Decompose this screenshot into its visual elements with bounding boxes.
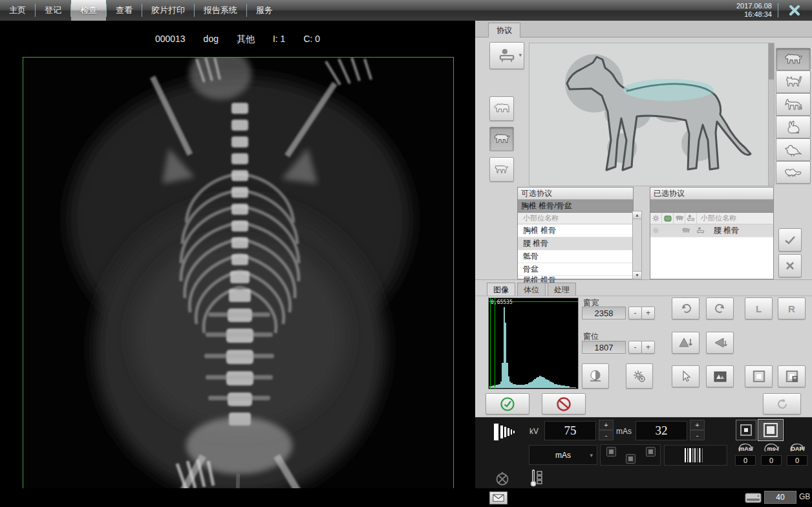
window-width-value[interactable]: 2358 xyxy=(582,307,626,319)
collimator-light-icon[interactable] xyxy=(495,471,509,486)
diagram-scrollbar[interactable] xyxy=(768,43,775,186)
x-icon xyxy=(785,261,795,270)
barcode-button[interactable] xyxy=(664,445,727,466)
patient-on-table-icon xyxy=(695,224,706,237)
remove-protocol-button[interactable] xyxy=(778,254,802,277)
contrast-button[interactable] xyxy=(582,363,609,389)
protocol-group-row[interactable]: 胸椎 椎骨/骨盆 xyxy=(518,200,633,213)
window-left-marker[interactable] xyxy=(490,298,491,389)
mas-minus-button[interactable]: - xyxy=(690,430,705,440)
protocol-row[interactable]: 腰 椎骨 xyxy=(518,237,633,250)
date-text: 2017.06.08 xyxy=(736,2,772,10)
dog-outline xyxy=(567,57,751,170)
selected-region-spine[interactable] xyxy=(623,79,714,101)
focal-spot-small-button[interactable] xyxy=(736,420,756,440)
rotate-ccw-button[interactable] xyxy=(672,297,700,319)
image-count: I: 1 xyxy=(273,34,285,45)
size-medium-dog-button[interactable] xyxy=(489,127,514,151)
dog-anatomy-diagram[interactable] xyxy=(529,43,775,186)
accept-image-button[interactable] xyxy=(486,393,529,415)
xray-image[interactable] xyxy=(23,57,454,492)
tab-image[interactable]: 图像 xyxy=(487,283,515,296)
menu-item-register[interactable]: 登记 xyxy=(36,0,70,21)
exposure-mode-dropdown[interactable]: mAs ▾ xyxy=(529,445,597,465)
window-level-plus-button[interactable]: + xyxy=(641,341,655,354)
image-preview-button[interactable] xyxy=(706,365,734,387)
dog-icon xyxy=(680,224,691,237)
dap-readout-value: 0 xyxy=(787,455,807,466)
window-level-minus-button[interactable]: - xyxy=(628,341,642,354)
selected-protocol-row[interactable]: 腰 椎骨 xyxy=(650,224,773,237)
window-level-value[interactable]: 1807 xyxy=(582,341,626,354)
size-large-dog-button[interactable] xyxy=(489,96,514,121)
aec-chamber-right[interactable] xyxy=(646,447,656,457)
animal-bird-button[interactable] xyxy=(776,138,811,161)
patient-name: dog xyxy=(204,34,219,45)
patient-position-button[interactable]: ▾ xyxy=(489,42,524,69)
menu-item-home[interactable]: 主页 xyxy=(0,0,35,21)
reject-image-button[interactable] xyxy=(542,393,586,415)
exposure-mode-value: mAs xyxy=(555,451,571,460)
window-width-minus-button[interactable]: - xyxy=(628,307,642,319)
scroll-up-arrow[interactable]: ▲ xyxy=(633,211,641,219)
menu-item-exam[interactable]: 检查 xyxy=(71,0,106,21)
kv-value[interactable]: 75 xyxy=(544,421,596,440)
mark-right-button[interactable]: R xyxy=(778,297,806,319)
small-focus-icon xyxy=(740,424,752,436)
tab-processing[interactable]: 处理 xyxy=(548,283,576,296)
histogram-bars xyxy=(489,304,576,388)
menu-item-view[interactable]: 查看 xyxy=(107,0,142,21)
protocol-row[interactable]: 胸椎 椎骨 xyxy=(518,224,633,237)
view-box-button[interactable] xyxy=(745,365,773,387)
tube-heat-icon xyxy=(529,469,543,487)
scroll-down-arrow[interactable]: ▼ xyxy=(633,271,641,279)
menu-item-film-print[interactable]: 胶片打印 xyxy=(142,0,194,21)
reset-button[interactable] xyxy=(763,393,801,415)
size-small-dog-button[interactable] xyxy=(489,157,514,182)
confirm-protocol-button[interactable] xyxy=(778,228,802,252)
flip-vertical-button[interactable] xyxy=(672,332,700,354)
window-min-marker[interactable] xyxy=(495,298,495,389)
close-button[interactable] xyxy=(785,3,804,18)
pointer-tool-button[interactable] xyxy=(672,365,700,387)
main-menu: 主页 登记 检查 查看 胶片打印 报告系统 服务 xyxy=(0,0,282,21)
protocol-row[interactable]: 骶骨 xyxy=(518,250,633,263)
top-menu-bar: 主页 登记 检查 查看 胶片打印 报告系统 服务 2017.06.08 16:4… xyxy=(0,0,812,21)
xray-radiograph xyxy=(23,58,453,491)
contrast-icon xyxy=(588,369,603,383)
ms-readout-value: 0 xyxy=(761,455,782,466)
window-width-plus-button[interactable]: + xyxy=(641,307,655,319)
mas-value[interactable]: 32 xyxy=(636,421,687,440)
reset-icon xyxy=(776,398,789,411)
kv-minus-button[interactable]: - xyxy=(599,430,614,440)
accept-check-icon xyxy=(500,396,515,412)
auto-processing-button[interactable] xyxy=(626,363,653,389)
scrollbar-thumb[interactable] xyxy=(769,43,774,80)
animal-horse-button[interactable] xyxy=(776,93,811,116)
rotate-cw-button[interactable] xyxy=(706,297,734,319)
histogram-range-label: 0,65535 xyxy=(491,299,513,305)
animal-dog-button[interactable] xyxy=(776,48,811,70)
tab-protocol[interactable]: 协议 xyxy=(488,23,520,38)
menu-item-report-system[interactable]: 报告系统 xyxy=(195,0,246,21)
kv-plus-button[interactable]: + xyxy=(599,420,614,430)
list-scrollbar[interactable]: ▲ ▼ xyxy=(632,211,642,279)
envelope-icon xyxy=(493,494,504,502)
protocol-row[interactable]: 骨盆 xyxy=(518,263,633,276)
focal-spot-large-button[interactable] xyxy=(758,419,784,441)
aec-chamber-center[interactable] xyxy=(626,454,636,464)
animal-rabbit-button[interactable] xyxy=(776,116,811,138)
histogram[interactable]: 0,65535 xyxy=(488,297,579,389)
mark-left-button[interactable]: L xyxy=(745,297,773,319)
flip-horizontal-button[interactable] xyxy=(706,332,734,354)
animal-lizard-button[interactable] xyxy=(776,161,811,184)
aec-chamber-left[interactable] xyxy=(606,447,616,457)
save-region-button[interactable] xyxy=(778,365,806,387)
menu-item-service[interactable]: 服务 xyxy=(247,0,282,21)
selected-group-row xyxy=(650,200,773,213)
cursor-icon xyxy=(681,371,691,382)
mas-plus-button[interactable]: + xyxy=(690,420,705,430)
messages-button[interactable] xyxy=(489,491,508,504)
animal-cat-button[interactable] xyxy=(776,70,811,93)
tab-position[interactable]: 体位 xyxy=(517,283,546,296)
